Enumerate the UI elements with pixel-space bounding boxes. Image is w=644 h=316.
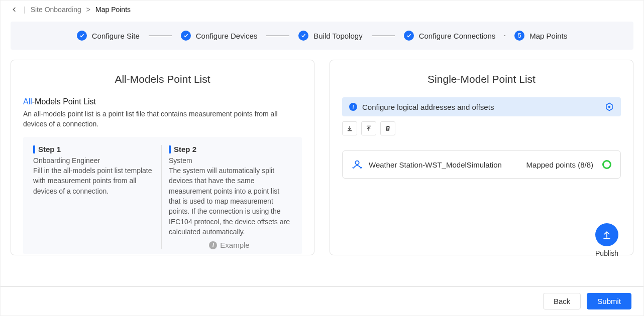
step-connector [266, 36, 289, 36]
check-icon [77, 31, 87, 41]
wizard-step-label: Configure Site [92, 32, 140, 40]
breadcrumb: | Site Onboarding > Map Points [1, 1, 643, 20]
submit-button[interactable]: Submit [587, 293, 631, 309]
example-link[interactable]: i Example [169, 241, 290, 249]
step1-title: Step 1 [33, 145, 154, 153]
publish-section: Publish [595, 223, 618, 257]
publish-button[interactable] [595, 223, 618, 246]
info-icon: i [209, 241, 217, 249]
model-card[interactable]: Weather Station-WST_ModelSimulation Mapp… [342, 150, 621, 179]
breadcrumb-prev[interactable]: Site Onboarding [31, 6, 81, 14]
footer: Back Submit [1, 286, 643, 315]
wizard-step-configure-devices[interactable]: Configure Devices [181, 31, 258, 41]
panel-title: All-Models Point List [23, 73, 302, 85]
step1-column: Step 1 Onboarding Engineer Fill in the a… [33, 145, 162, 249]
info-banner-text: Configure logical addresses and offsets [362, 103, 600, 111]
step2-column: Step 2 System The system will automatica… [162, 145, 297, 249]
info-icon: i [349, 103, 357, 111]
publish-label: Publish [595, 249, 618, 257]
back-arrow-icon[interactable] [11, 6, 19, 14]
heading-prefix: All [23, 97, 32, 106]
step2-title: Step 2 [169, 145, 290, 153]
step-number-icon: 5 [514, 31, 524, 41]
check-icon [298, 31, 308, 41]
separator-icon: | [24, 6, 26, 14]
left-description: An all-models point list is a point list… [23, 109, 302, 129]
wizard-step-label: Build Topology [313, 32, 362, 40]
all-models-panel: All-Models Point List All-Models Point L… [11, 60, 314, 255]
wizard-step-label: Configure Devices [196, 32, 258, 40]
step2-body: The system will automatically split devi… [169, 166, 290, 237]
step2-role: System [169, 156, 290, 165]
status-complete-icon [602, 160, 611, 169]
delete-button[interactable] [380, 121, 395, 135]
wizard-step-configure-connections[interactable]: Configure Connections [404, 31, 496, 41]
model-name: Weather Station-WST_ModelSimulation [369, 161, 520, 169]
wizard-step-build-topology[interactable]: Build Topology [298, 31, 362, 41]
check-icon [404, 31, 414, 41]
weather-station-icon [352, 159, 363, 170]
settings-hex-icon[interactable] [605, 102, 614, 111]
svg-point-0 [609, 106, 610, 108]
check-icon [181, 31, 191, 41]
wizard-step-label: Map Points [529, 32, 567, 40]
mapped-points-label: Mapped points (8/8) [526, 161, 593, 169]
left-heading: All-Models Point List [23, 97, 302, 106]
single-model-panel: Single-Model Point List i Configure logi… [330, 60, 633, 255]
steps-box: Step 1 Onboarding Engineer Fill in the a… [23, 137, 302, 254]
example-label: Example [220, 241, 249, 249]
step-connector [372, 36, 395, 36]
step1-body: Fill in the all-models point list templa… [33, 166, 154, 196]
info-banner: i Configure logical addresses and offset… [342, 97, 621, 116]
back-button[interactable]: Back [543, 293, 581, 309]
step1-role: Onboarding Engineer [33, 156, 154, 165]
breadcrumb-sep: > [86, 6, 90, 14]
toolbar [342, 121, 621, 135]
svg-point-1 [355, 161, 359, 165]
panel-title: Single-Model Point List [342, 73, 621, 85]
wizard-step-configure-site[interactable]: Configure Site [77, 31, 140, 41]
wizard-step-map-points[interactable]: 5 Map Points [514, 31, 567, 41]
step-connector [149, 36, 172, 36]
wizard-step-label: Configure Connections [419, 32, 496, 40]
download-button[interactable] [342, 121, 357, 135]
breadcrumb-current: Map Points [95, 6, 131, 14]
wizard-steps: Configure Site Configure Devices Build T… [11, 22, 633, 50]
step-connector [504, 35, 505, 36]
upload-button[interactable] [361, 121, 376, 135]
heading-suffix: -Models Point List [32, 97, 96, 106]
